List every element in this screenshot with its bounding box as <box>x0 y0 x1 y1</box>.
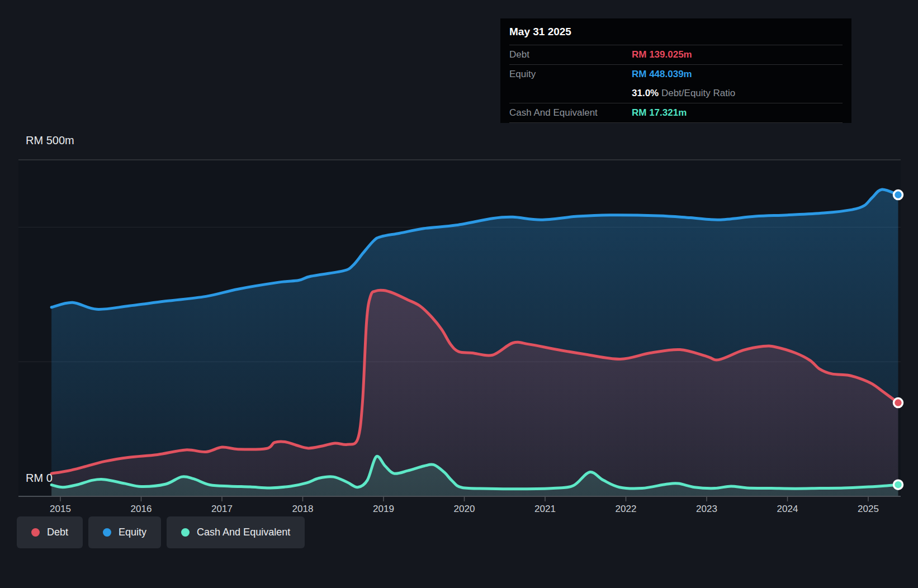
legend-debt-label: Debt <box>47 527 68 538</box>
legend-item-cash[interactable]: Cash And Equivalent <box>167 516 305 548</box>
x-axis-year-label-2023: 2023 <box>684 504 729 515</box>
tooltip-ratio-value: 31.0% Debt/Equity Ratio <box>632 88 735 99</box>
equity-dot-icon <box>103 528 111 537</box>
x-axis-year-label-2022: 2022 <box>604 504 649 515</box>
x-axis-year-label-2016: 2016 <box>119 504 164 515</box>
x-axis-year-label-2015: 2015 <box>38 504 83 515</box>
legend-equity-label: Equity <box>119 527 146 538</box>
y-axis-label-max: RM 500m <box>26 134 74 147</box>
tooltip-debt-label: Debt <box>509 49 632 60</box>
tooltip-equity-value: RM 448.039m <box>632 69 692 80</box>
tooltip-equity-row: Equity RM 448.039m <box>509 65 843 84</box>
tooltip-ratio-label: Debt/Equity Ratio <box>661 88 735 98</box>
tooltip-date: May 31 2025 <box>509 18 843 45</box>
x-axis-year-label-2017: 2017 <box>200 504 244 515</box>
tooltip-cash-row: Cash And Equivalent RM 17.321m <box>509 103 843 123</box>
x-axis-year-label-2019: 2019 <box>361 504 406 515</box>
tooltip-debt-row: Debt RM 139.025m <box>509 45 843 65</box>
x-axis-year-label-2020: 2020 <box>442 504 487 515</box>
x-axis-year-label-2025: 2025 <box>846 504 891 515</box>
debt-dot-icon <box>31 528 40 537</box>
legend-item-debt[interactable]: Debt <box>17 516 83 548</box>
cash-dot-icon <box>181 528 190 537</box>
x-axis-year-label-2021: 2021 <box>523 504 567 515</box>
legend-item-equity[interactable]: Equity <box>88 516 161 548</box>
debt-equity-history-page: RM 500m RM 0 201520162017201820192020202… <box>0 0 918 588</box>
cash-and-equivalent-endpoint-marker <box>893 480 902 489</box>
x-axis-year-label-2024: 2024 <box>765 504 810 515</box>
tooltip-equity-label: Equity <box>509 69 632 80</box>
legend-cash-label: Cash And Equivalent <box>197 527 290 538</box>
equity-endpoint-marker <box>893 191 902 200</box>
x-axis-year-label-2018: 2018 <box>281 504 325 515</box>
y-axis-label-zero: RM 0 <box>26 472 53 485</box>
tooltip-ratio-row: 31.0% Debt/Equity Ratio <box>509 84 843 103</box>
tooltip-debt-value: RM 139.025m <box>632 49 692 60</box>
legend: Debt Equity Cash And Equivalent <box>17 516 305 548</box>
tooltip-cash-label: Cash And Equivalent <box>509 107 632 118</box>
chart-tooltip: May 31 2025 Debt RM 139.025m Equity RM 4… <box>500 18 851 123</box>
debt-endpoint-marker <box>893 399 902 407</box>
tooltip-cash-value: RM 17.321m <box>632 107 687 118</box>
